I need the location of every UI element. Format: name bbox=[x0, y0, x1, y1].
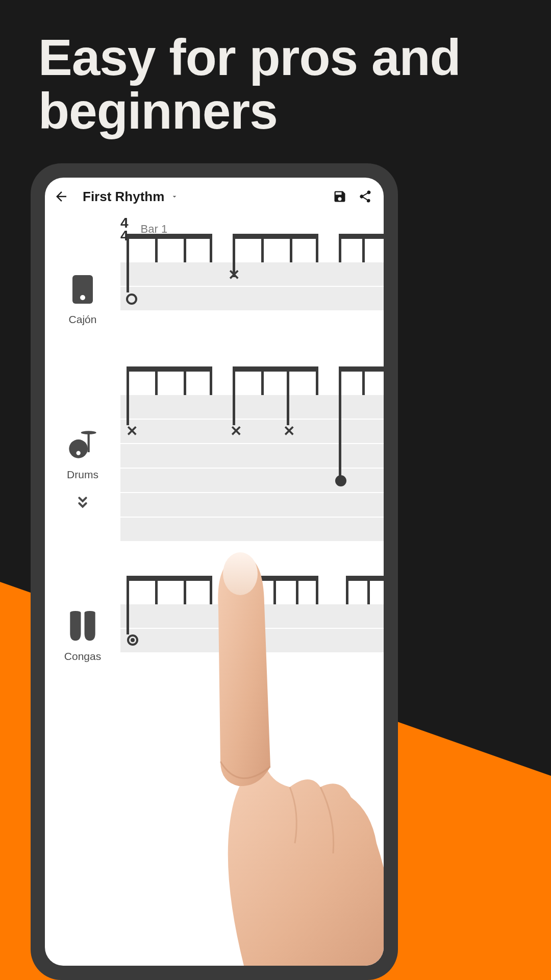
share-icon bbox=[358, 189, 372, 204]
track-side-drums[interactable]: Drums bbox=[45, 395, 120, 543]
drums-beams bbox=[120, 366, 384, 395]
svg-point-5 bbox=[77, 451, 81, 455]
tracks-container: Cajón bbox=[45, 262, 384, 666]
congas-icon bbox=[67, 607, 98, 645]
lane[interactable] bbox=[120, 493, 384, 517]
share-button[interactable] bbox=[354, 185, 377, 208]
app-screen: First Rhythm 4 4 Bar 1 bbox=[45, 178, 384, 966]
project-title: First Rhythm bbox=[83, 189, 164, 205]
note-open[interactable] bbox=[126, 293, 137, 305]
lane[interactable] bbox=[120, 395, 384, 419]
svg-point-3 bbox=[81, 431, 96, 435]
lane[interactable] bbox=[120, 518, 384, 541]
track-cajon: Cajón bbox=[45, 262, 384, 334]
chevron-down-icon bbox=[170, 192, 179, 201]
drums-grid[interactable]: ✕ ✕ ✕ bbox=[120, 395, 384, 543]
note-dot[interactable] bbox=[335, 475, 346, 486]
svg-point-4 bbox=[69, 439, 88, 458]
save-icon bbox=[333, 189, 347, 204]
svg-point-1 bbox=[80, 295, 85, 300]
track-side-congas[interactable]: Congas bbox=[45, 604, 120, 666]
lane[interactable] bbox=[120, 604, 384, 628]
cajon-grid[interactable]: ✕ bbox=[120, 262, 384, 334]
headline-text: Easy for pros and beginners bbox=[38, 31, 513, 138]
promo-stage: Easy for pros and beginners First Rhythm bbox=[0, 0, 551, 980]
note-x[interactable]: ✕ bbox=[230, 423, 242, 439]
lane[interactable] bbox=[120, 444, 384, 468]
note-x[interactable]: ✕ bbox=[126, 423, 138, 439]
phone-frame: First Rhythm 4 4 Bar 1 bbox=[31, 163, 398, 980]
cajon-beams bbox=[120, 234, 384, 262]
note-x[interactable]: ✕ bbox=[283, 423, 295, 439]
topbar: First Rhythm bbox=[45, 178, 384, 211]
drums-label: Drums bbox=[67, 469, 98, 481]
congas-label: Congas bbox=[64, 650, 101, 663]
track-side-cajon[interactable]: Cajón bbox=[45, 262, 120, 334]
project-title-dropdown[interactable]: First Rhythm bbox=[83, 189, 179, 205]
lane[interactable] bbox=[120, 287, 384, 310]
expand-down-icon[interactable] bbox=[74, 496, 91, 512]
lane[interactable] bbox=[120, 420, 384, 443]
back-icon[interactable] bbox=[52, 187, 70, 206]
lane[interactable] bbox=[120, 262, 384, 286]
note-target[interactable] bbox=[127, 634, 138, 646]
congas-beams bbox=[120, 576, 384, 604]
track-congas: Congas bbox=[45, 604, 384, 666]
drums-icon bbox=[67, 426, 98, 463]
cajon-icon bbox=[67, 271, 98, 308]
cajon-label: Cajón bbox=[69, 313, 97, 326]
congas-grid[interactable] bbox=[120, 604, 384, 666]
lane[interactable] bbox=[120, 629, 384, 652]
track-drums: Drums bbox=[45, 395, 384, 543]
note-x[interactable]: ✕ bbox=[228, 266, 240, 283]
save-button[interactable] bbox=[329, 185, 351, 208]
